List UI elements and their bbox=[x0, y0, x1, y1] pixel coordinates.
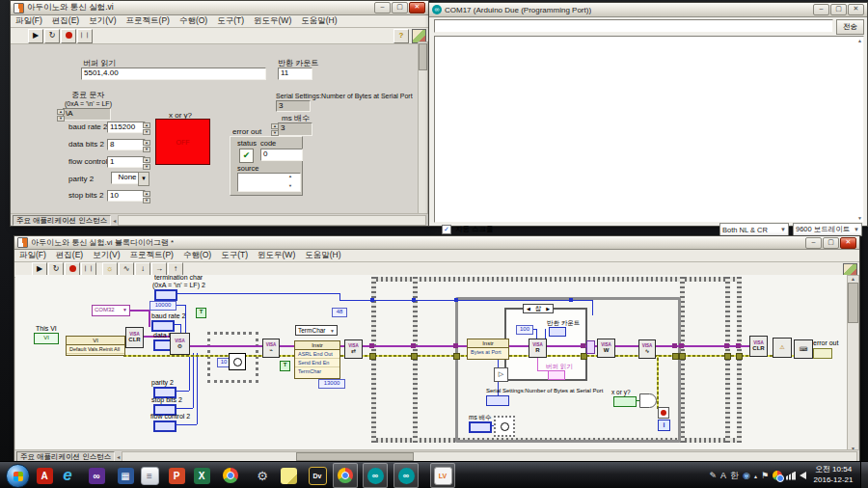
visa-flush-node[interactable]: VISA⌁ bbox=[262, 339, 280, 358]
menu-window[interactable]: 윈도우(W) bbox=[249, 15, 296, 27]
loop-condition-terminal[interactable] bbox=[658, 407, 669, 419]
maximize-button[interactable]: ▢ bbox=[823, 237, 839, 249]
taskbar-sticky-notes[interactable] bbox=[276, 463, 301, 488]
maximize-button[interactable]: ▢ bbox=[392, 2, 408, 14]
flow-control-control[interactable]: 1 bbox=[107, 156, 146, 168]
term-char-combo[interactable]: \A bbox=[63, 108, 111, 121]
menu-view[interactable]: 보기(V) bbox=[88, 250, 124, 261]
menu-tools[interactable]: 도구(T) bbox=[212, 15, 249, 27]
show-hidden-icons[interactable]: ▴ bbox=[754, 473, 757, 479]
taskbar-chrome-window[interactable] bbox=[333, 463, 358, 488]
close-button[interactable]: ✕ bbox=[409, 2, 425, 14]
action-center-flag-icon[interactable]: ⚑ bbox=[761, 471, 769, 480]
flow-control-spinner[interactable]: ▲▼ bbox=[143, 157, 150, 170]
send-button[interactable]: 전송 bbox=[836, 19, 864, 35]
taskbar-chrome[interactable] bbox=[218, 463, 243, 488]
stop-bits-control[interactable]: 10 bbox=[107, 190, 146, 202]
termchar-ring-constant[interactable]: TermChar▼ bbox=[295, 325, 338, 336]
taskbar-adobe-reader[interactable]: A bbox=[32, 463, 57, 488]
menu-operate[interactable]: 수행(O) bbox=[175, 15, 212, 27]
minimize-button[interactable]: – bbox=[805, 237, 822, 249]
source-scroll-down-icon[interactable]: ▼ bbox=[288, 183, 292, 188]
data-bits-spinner[interactable]: ▲▼ bbox=[143, 140, 150, 152]
visa-clear-node[interactable]: VISACLR bbox=[125, 327, 144, 348]
taskbar-arduino-ide[interactable]: ∞ bbox=[363, 463, 388, 488]
error-status-led[interactable]: ✔ bbox=[239, 149, 254, 163]
diagram-hscrollbar[interactable] bbox=[122, 451, 857, 462]
network-icon[interactable] bbox=[786, 472, 796, 480]
output-scroll-up-icon[interactable]: ▲ bbox=[857, 38, 862, 43]
data-bits-control[interactable]: 8 bbox=[107, 139, 146, 150]
ms-multiplier-control[interactable]: 3 bbox=[278, 122, 312, 136]
menu-file[interactable]: 파일(F) bbox=[11, 15, 47, 27]
visa-resource-constant[interactable]: COM32▼ bbox=[92, 305, 130, 316]
comparison-node[interactable]: ▷ bbox=[494, 367, 508, 382]
visa-property-node[interactable]: VISA∿ bbox=[638, 339, 656, 359]
baud-rate-dropdown[interactable]: 9600 보드레이트▼ bbox=[793, 223, 862, 236]
visa-write-node[interactable]: VISAW bbox=[597, 339, 615, 358]
taskbar-notepad[interactable]: ≡ bbox=[137, 463, 162, 488]
loop-iteration-terminal[interactable]: i bbox=[658, 420, 670, 431]
baud-rate-control[interactable]: 115200 bbox=[107, 122, 146, 133]
boolean-true-constant[interactable]: T bbox=[280, 361, 290, 371]
menu-help[interactable]: 도움말(H) bbox=[300, 250, 345, 261]
flow-control-terminal[interactable] bbox=[153, 420, 176, 432]
dialog-node[interactable]: ⌨ bbox=[794, 339, 813, 359]
ime-hangul-icon[interactable]: 한 bbox=[730, 470, 739, 482]
case-selector[interactable]: ◀참▶ bbox=[523, 304, 554, 313]
app-instance-label[interactable]: 주요 애플리케이션 인스턴스 bbox=[16, 451, 115, 462]
menu-window[interactable]: 윈도우(W) bbox=[253, 250, 300, 261]
constant-100[interactable]: 100 bbox=[516, 325, 533, 335]
error-handler-node[interactable]: ⚠ bbox=[773, 338, 792, 358]
minimize-button[interactable]: – bbox=[813, 4, 829, 15]
autoscroll-checkbox[interactable]: ✓ bbox=[442, 225, 451, 234]
invoke-node[interactable]: VI Default Vals.Reinit All bbox=[66, 336, 125, 356]
source-scroll-up-icon[interactable]: ▲ bbox=[288, 174, 292, 178]
serial-monitor-titlebar[interactable]: ∞ COM17 (Arduino Due (Programming Port))… bbox=[429, 3, 867, 17]
stop-bits-spinner[interactable]: ▲▼ bbox=[143, 191, 150, 203]
maximize-button[interactable]: ▢ bbox=[830, 4, 847, 15]
pen-tray-icon[interactable]: ✎ bbox=[709, 471, 717, 480]
diagram-vertical-scrollbar[interactable]: ▲ ▼ bbox=[847, 275, 859, 452]
constant-10000[interactable]: 10000 bbox=[149, 301, 176, 311]
front-panel-titlebar[interactable]: 아두이노와 통신 실험.vi – ▢ ✕ bbox=[11, 1, 428, 15]
return-count-terminal[interactable] bbox=[549, 327, 566, 337]
serial-output-area[interactable]: ▲ ▼ bbox=[434, 36, 864, 223]
menu-file[interactable]: 파일(F) bbox=[14, 250, 51, 261]
visa-read-node[interactable]: VISAR bbox=[529, 339, 547, 358]
boolean-true-constant[interactable]: T bbox=[196, 308, 206, 318]
typecast-node[interactable] bbox=[586, 340, 595, 354]
property-node-instr[interactable]: Instr ASRL End Out Send End En TermChar bbox=[294, 340, 340, 379]
output-scroll-down-icon[interactable]: ▼ bbox=[857, 215, 862, 221]
baud-rate-spinner[interactable]: ▲▼ bbox=[143, 122, 150, 135]
wait-ms-node[interactable] bbox=[229, 353, 246, 370]
serial-input[interactable] bbox=[434, 19, 833, 33]
visa-set-buffer-node[interactable]: VISA⇄ bbox=[344, 339, 363, 359]
taskbar-arduino-ide-2[interactable]: ∞ bbox=[393, 463, 419, 488]
buffer-read-terminal[interactable] bbox=[548, 370, 565, 380]
menu-operate[interactable]: 수행(O) bbox=[178, 250, 216, 261]
menu-view[interactable]: 보기(V) bbox=[84, 15, 121, 27]
constant-13000[interactable]: 13000 bbox=[318, 379, 345, 389]
line-ending-dropdown[interactable]: Both NL & CR▼ bbox=[719, 223, 789, 236]
panel-vertical-scrollbar[interactable] bbox=[418, 41, 428, 215]
app-instance-label[interactable]: 주요 애플리케이션 인스턴스 bbox=[13, 215, 111, 226]
menu-project[interactable]: 프로젝트(P) bbox=[125, 250, 178, 261]
ms-multiplier-spinner[interactable]: ▲▼ bbox=[271, 123, 279, 136]
taskbar-visual-studio[interactable]: ∞ bbox=[84, 463, 109, 488]
minimize-button[interactable]: – bbox=[374, 2, 391, 14]
taskbar-code-tool[interactable]: ▦ bbox=[113, 463, 138, 488]
ime-latin-icon[interactable]: A bbox=[720, 471, 726, 480]
taskbar-clock[interactable]: 오전 10:54 2016-12-21 bbox=[808, 464, 858, 485]
start-button[interactable] bbox=[6, 464, 30, 488]
block-diagram-titlebar[interactable]: 아두이노와 통신 실험.vi 블록다이어그램 * – ▢ ✕ bbox=[14, 236, 859, 250]
buffer-read-indicator[interactable]: 5501,4.00 bbox=[81, 68, 266, 80]
taskbar-internet-explorer[interactable]: e bbox=[55, 463, 80, 488]
xory-boolean-indicator[interactable]: OFF bbox=[155, 119, 210, 165]
taskbar-excel[interactable]: X bbox=[189, 463, 214, 488]
close-button[interactable]: ✕ bbox=[848, 4, 864, 15]
menu-edit[interactable]: 편집(E) bbox=[47, 15, 84, 27]
serial-settings-indicator[interactable]: 3 bbox=[276, 100, 311, 112]
error-code-field[interactable]: 0 bbox=[260, 149, 303, 161]
chrome-tray-icon[interactable] bbox=[773, 471, 782, 480]
